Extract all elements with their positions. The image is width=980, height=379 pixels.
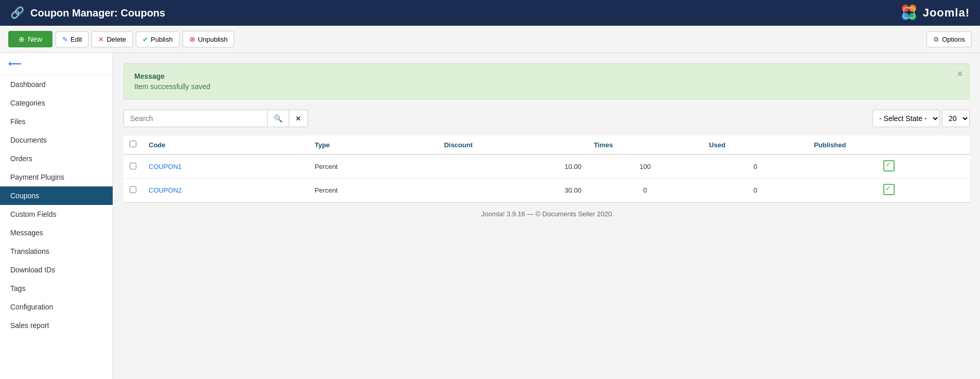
row-checkbox-0[interactable] — [130, 163, 136, 169]
table-row: COUPON2 Percent 30.00 0 0 — [123, 179, 970, 202]
coupons-table: Code Type Discount Times Used Published … — [123, 135, 970, 202]
svg-point-0 — [902, 5, 909, 12]
message-title: Message — [134, 72, 959, 80]
joomla-icon — [899, 3, 919, 23]
row-discount-0: 10.00 — [438, 154, 587, 179]
sidebar-item-sales-report[interactable]: Sales report — [0, 316, 113, 335]
sidebar-item-configuration[interactable]: Configuration — [0, 298, 113, 316]
select-all-header — [123, 135, 142, 154]
search-input[interactable] — [123, 110, 268, 127]
row-times-1: 0 — [587, 179, 703, 202]
row-type-1: Percent — [309, 179, 438, 202]
edit-button[interactable]: ✎ Edit — [56, 31, 88, 47]
col-header-discount: Discount — [438, 135, 587, 154]
sidebar-item-payment-plugins[interactable]: Payment Plugins — [0, 168, 113, 186]
search-clear-button[interactable]: ✕ — [289, 110, 308, 127]
published-check-icon[interactable] — [883, 184, 895, 195]
table-header-row: Code Type Discount Times Used Published — [123, 135, 970, 154]
sidebar-item-documents[interactable]: Documents — [0, 131, 113, 149]
svg-point-2 — [902, 13, 909, 20]
search-bar: 🔍 ✕ - Select State - 20 — [123, 110, 970, 127]
page-footer: Joomla! 3.9.16 — © Documents Seller 2020 — [123, 202, 970, 225]
row-used-1: 0 — [703, 179, 808, 202]
sidebar-item-coupons[interactable]: Coupons — [0, 186, 113, 205]
sidebar-item-download-ids[interactable]: Download IDs — [0, 261, 113, 279]
col-header-times: Times — [587, 135, 703, 154]
message-close-button[interactable]: ✕ — [956, 69, 963, 79]
sidebar-toggle-button[interactable]: ⟵ — [8, 58, 22, 70]
sidebar-item-translations[interactable]: Translations — [0, 242, 113, 261]
select-all-checkbox[interactable] — [130, 141, 136, 147]
col-header-type: Type — [309, 135, 438, 154]
row-published-1 — [808, 179, 970, 202]
col-header-used: Used — [703, 135, 808, 154]
row-code-0[interactable]: COUPON1 — [142, 154, 309, 179]
row-times-0: 100 — [587, 154, 703, 179]
unpublish-button[interactable]: ⊗ Unpublish — [183, 31, 235, 47]
sidebar-item-files[interactable]: Files — [0, 112, 113, 131]
row-checkbox-cell — [123, 179, 142, 202]
content-area: Message Item successfully saved ✕ 🔍 ✕ - … — [113, 53, 980, 379]
row-checkbox-1[interactable] — [130, 186, 136, 193]
page-title: Coupon Manager: Coupons — [30, 7, 165, 19]
row-published-0 — [808, 154, 970, 179]
sidebar-item-categories[interactable]: Categories — [0, 94, 113, 112]
check-icon: ✔ — [142, 36, 148, 43]
row-discount-1: 30.00 — [438, 179, 587, 202]
message-box: Message Item successfully saved ✕ — [123, 63, 970, 99]
row-code-1[interactable]: COUPON2 — [142, 179, 309, 202]
table-row: COUPON1 Percent 10.00 100 0 — [123, 154, 970, 179]
options-button[interactable]: ⚙ Options — [926, 31, 972, 47]
search-left: 🔍 ✕ — [123, 110, 308, 127]
sidebar-item-tags[interactable]: Tags — [0, 279, 113, 298]
sidebar-toggle-area: ⟵ — [0, 53, 113, 75]
new-button[interactable]: ⊕ New — [8, 31, 52, 47]
sidebar: ⟵ Dashboard Categories Files Documents O… — [0, 53, 113, 379]
search-icon: 🔍 — [274, 114, 282, 123]
x-icon: ✕ — [98, 36, 104, 43]
message-text: Item successfully saved — [134, 82, 959, 91]
row-checkbox-cell — [123, 154, 142, 179]
top-header: 🔗 Coupon Manager: Coupons Joomla! — [0, 0, 980, 26]
sidebar-item-messages[interactable]: Messages — [0, 223, 113, 242]
circle-x-icon: ⊗ — [189, 35, 195, 43]
published-check-icon[interactable] — [883, 160, 895, 171]
state-select[interactable]: - Select State - — [872, 110, 940, 127]
edit-icon: ✎ — [62, 36, 68, 43]
col-header-published: Published — [808, 135, 970, 154]
row-type-0: Percent — [309, 154, 438, 179]
sidebar-item-dashboard[interactable]: Dashboard — [0, 75, 113, 94]
plus-icon: ⊕ — [19, 35, 25, 43]
delete-button[interactable]: ✕ Delete — [92, 31, 133, 47]
toolbar-right: ⚙ Options — [926, 31, 972, 47]
svg-point-3 — [909, 13, 916, 20]
toolbar-left: ⊕ New ✎ Edit ✕ Delete ✔ Publish ⊗ Unpubl… — [8, 31, 234, 47]
main-layout: ⟵ Dashboard Categories Files Documents O… — [0, 53, 980, 379]
link-icon: 🔗 — [10, 6, 24, 20]
joomla-text: Joomla! — [923, 6, 970, 20]
search-button[interactable]: 🔍 — [268, 110, 289, 127]
count-select[interactable]: 20 — [942, 110, 970, 127]
toolbar: ⊕ New ✎ Edit ✕ Delete ✔ Publish ⊗ Unpubl… — [0, 26, 980, 53]
search-right: - Select State - 20 — [872, 110, 970, 127]
gear-icon: ⚙ — [933, 36, 939, 43]
header-left: 🔗 Coupon Manager: Coupons — [10, 6, 165, 20]
footer-text: Joomla! 3.9.16 — © Documents Seller 2020 — [482, 210, 612, 218]
clear-icon: ✕ — [295, 114, 301, 123]
svg-point-1 — [909, 5, 916, 12]
joomla-logo: Joomla! — [899, 3, 970, 23]
col-header-code[interactable]: Code — [142, 135, 309, 154]
row-used-0: 0 — [703, 154, 808, 179]
sidebar-item-orders[interactable]: Orders — [0, 149, 113, 168]
back-icon: ⟵ — [8, 59, 22, 69]
publish-button[interactable]: ✔ Publish — [136, 31, 180, 47]
sidebar-item-custom-fields[interactable]: Custom Fields — [0, 205, 113, 223]
